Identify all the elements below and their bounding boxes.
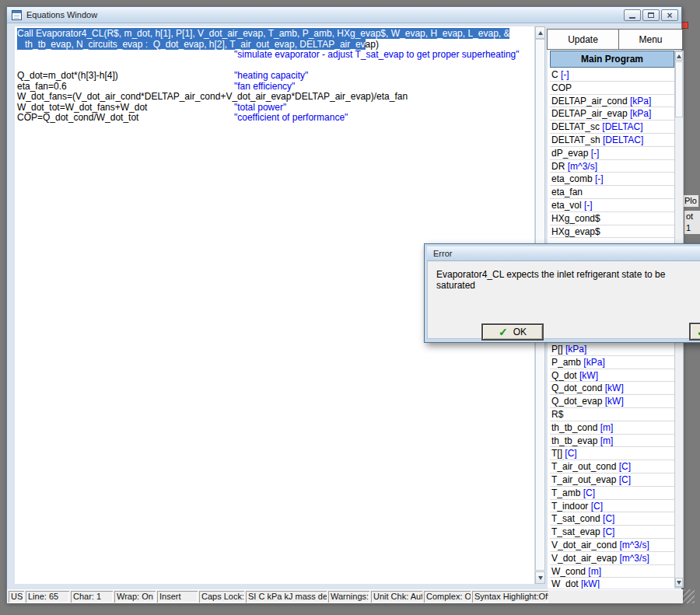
- code-line[interactable]: "simulate evaporator - adjust T_sat_evap…: [15, 50, 534, 61]
- status-panel[interactable]: Line: 65: [26, 591, 69, 603]
- variable-unit: [C]: [600, 513, 615, 524]
- variable-row[interactable]: COP: [550, 82, 674, 95]
- variable-row[interactable]: HXg_cond$: [550, 212, 674, 225]
- variable-row[interactable]: DELTAP_air_cond [kPa]: [550, 95, 674, 108]
- variable-unit: [m]: [586, 566, 601, 577]
- variable-unit: [DELTAC]: [600, 135, 644, 145]
- variable-unit: [C]: [562, 448, 577, 459]
- variable-name: V_dot_air_cond: [551, 540, 617, 550]
- variable-row[interactable]: W_dot [kW]: [550, 578, 674, 589]
- code-line[interactable]: th_tb_evap, N_circuits_evap : Q_dot_evap…: [15, 40, 534, 51]
- variable-row[interactable]: T_sat_evap [C]: [550, 526, 674, 539]
- variable-name: eta_vol: [551, 200, 582, 211]
- ok-button[interactable]: ✓ OK: [481, 323, 544, 341]
- variable-row[interactable]: W_cond [m]: [550, 565, 674, 578]
- status-panel[interactable]: Char: 1: [71, 591, 113, 603]
- blank-line[interactable]: [15, 61, 534, 72]
- variable-row[interactable]: V_dot_air_evap [m^3/s]: [550, 552, 674, 565]
- background-plot-window-fragment-2: ot 1: [684, 211, 700, 234]
- maximize-button[interactable]: [642, 9, 660, 21]
- error-dialog-title: Error: [433, 249, 452, 258]
- variable-name: T_amb: [551, 487, 580, 498]
- variable-unit: [C]: [616, 461, 631, 472]
- variable-row[interactable]: T_sat_cond [C]: [550, 512, 674, 526]
- variable-row[interactable]: T_amb [C]: [550, 487, 674, 500]
- variable-row[interactable]: P[] [kPa]: [550, 343, 674, 356]
- variable-name: T_indoor: [551, 501, 588, 512]
- variable-row[interactable]: DR [m^3/s]: [550, 160, 674, 173]
- variable-row[interactable]: eta_comb [-]: [550, 173, 674, 186]
- variables-list-top: C [-]COPDELTAP_air_cond [kPa]DELTAP_air_…: [550, 68, 674, 241]
- status-panel[interactable]: Insert: [157, 591, 198, 603]
- variable-row[interactable]: Q_dot_cond [kW]: [550, 382, 674, 395]
- close-button[interactable]: ×: [661, 9, 678, 21]
- variable-name: HXg_cond$: [551, 213, 600, 224]
- code-line[interactable]: eta_fan=0.6"fan efficiency": [15, 82, 534, 93]
- variable-unit: [m]: [597, 422, 613, 433]
- variable-name: T[]: [551, 448, 562, 459]
- variable-row[interactable]: th_tb_evap [m]: [550, 435, 674, 448]
- selected-text: Call Evaporator4_CL(R$, m_dot, h[1], P[1…: [17, 28, 509, 39]
- code-line[interactable]: W_dot_fans=(V_dot_air_cond*DELTAP_air_co…: [15, 92, 534, 103]
- code-line[interactable]: Q_dot=m_dot*(h[3]-h[4])"heating capacity…: [15, 71, 534, 82]
- variable-unit: [DELTAC]: [600, 121, 643, 132]
- update-button-label: Update: [568, 34, 598, 45]
- error-dialog-titlebar[interactable]: Error: [427, 246, 700, 261]
- status-panel[interactable]: SI C kPa kJ mass deg: [246, 591, 327, 603]
- variable-row[interactable]: th_tb_cond [m]: [550, 421, 674, 435]
- code-line[interactable]: W_dot_tot=W_dot_fans+W_dot"total power": [15, 103, 534, 114]
- variable-name: eta_fan: [551, 187, 583, 197]
- variable-row[interactable]: V_dot_air_cond [m^3/s]: [550, 539, 674, 552]
- variable-unit: [-]: [582, 200, 593, 211]
- variable-row[interactable]: Q_dot_evap [kW]: [550, 395, 674, 408]
- status-panel[interactable]: Caps Lock: Off: [199, 591, 244, 603]
- variable-row[interactable]: eta_vol [-]: [550, 199, 674, 212]
- variable-name: R$: [551, 409, 563, 420]
- scroll-down-button[interactable]: [675, 578, 683, 587]
- variable-row[interactable]: dP_evap [-]: [550, 147, 674, 160]
- variable-unit: [m^3/s]: [617, 540, 649, 550]
- main-program-tab[interactable]: Main Program: [550, 51, 674, 68]
- variable-name: th_tb_cond: [551, 422, 597, 433]
- status-panel[interactable]: Warnings: Off: [328, 591, 369, 603]
- variable-name: P[]: [551, 344, 563, 355]
- variable-name: P_amb: [551, 357, 581, 368]
- partial-button[interactable]: ✓: [689, 323, 700, 341]
- code-text: ap): [366, 39, 379, 50]
- variable-row[interactable]: T_air_out_cond [C]: [550, 460, 674, 473]
- code-line[interactable]: Call Evaporator4_CL(R$, m_dot, h[1], P[1…: [15, 29, 534, 40]
- variable-row[interactable]: DELTAP_air_evap [kPa]: [550, 107, 674, 121]
- variable-row[interactable]: P_amb [kPa]: [550, 356, 674, 369]
- variable-row[interactable]: DELTAT_sc [DELTAC]: [550, 121, 674, 134]
- variable-row[interactable]: eta_fan: [550, 186, 674, 199]
- status-panel[interactable]: Syntax Highlight:Off: [472, 591, 548, 603]
- status-panel[interactable]: Wrap: On: [114, 591, 156, 603]
- status-panel[interactable]: Complex: Off: [424, 591, 471, 603]
- variable-row[interactable]: T_indoor [C]: [550, 500, 674, 513]
- variable-row[interactable]: T[] [C]: [550, 447, 674, 460]
- variable-row[interactable]: R$: [550, 408, 674, 421]
- variable-unit: [C]: [588, 501, 603, 512]
- menu-button[interactable]: Menu: [618, 29, 683, 50]
- code-text: W_dot_fans=(V_dot_air_cond*DELTAP_air_co…: [17, 91, 408, 102]
- arrow-up-icon: [677, 52, 681, 58]
- window-titlebar[interactable]: Equations Window ×: [7, 7, 681, 23]
- update-button[interactable]: Update: [547, 29, 619, 50]
- variable-unit: [kW]: [579, 578, 600, 589]
- code-text: Q_dot=m_dot*(h[3]-h[4]): [17, 70, 118, 81]
- variable-row[interactable]: DELTAT_sh [DELTAC]: [550, 134, 674, 147]
- code-line[interactable]: COP=Q_dot_cond/W_dot_tot"coefficient of …: [15, 113, 534, 124]
- variable-row[interactable]: T_air_out_evap [C]: [550, 473, 674, 487]
- status-panel[interactable]: Unit Chk: Auto: [371, 591, 422, 603]
- variable-row[interactable]: C [-]: [550, 68, 674, 82]
- minimize-button[interactable]: [624, 9, 641, 21]
- variable-row[interactable]: HXg_evap$: [550, 225, 674, 239]
- variable-name: Q_dot: [551, 370, 577, 381]
- status-panel[interactable]: US: [9, 591, 24, 603]
- maximize-icon: [648, 12, 654, 18]
- variable-row[interactable]: Q_dot [kW]: [550, 369, 674, 383]
- scroll-up-button[interactable]: [675, 51, 683, 61]
- scroll-down-button[interactable]: [535, 571, 545, 584]
- scroll-up-button[interactable]: [535, 26, 545, 39]
- scroll-thumb[interactable]: [675, 61, 683, 117]
